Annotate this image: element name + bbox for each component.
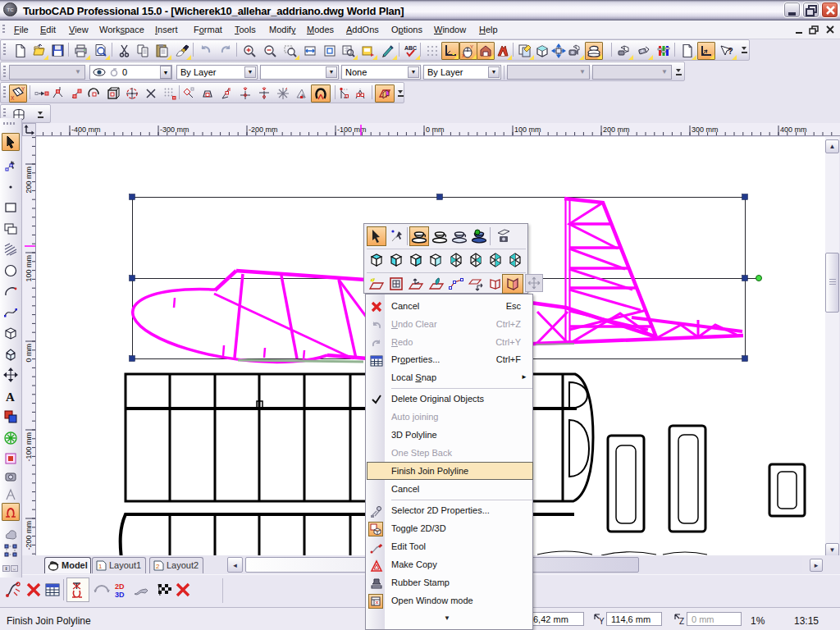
svg-text:Y: Y [599, 617, 605, 626]
svg-text:-400 mm: -400 mm [71, 126, 101, 134]
svg-text:400 mm: 400 mm [780, 126, 807, 134]
svg-text:0 mm: 0 mm [426, 126, 445, 134]
svg-text:0 mm: 0 mm [25, 344, 33, 363]
svg-text:-200 mm: -200 mm [25, 521, 33, 550]
svg-text:?: ? [728, 46, 733, 56]
svg-text:-100 mm: -100 mm [337, 126, 367, 134]
svg-text:200 mm: 200 mm [25, 167, 33, 194]
svg-text:Z: Z [679, 617, 684, 626]
svg-text:Y: Y [21, 86, 25, 92]
svg-text:Y: Y [470, 44, 473, 49]
svg-text:100 mm: 100 mm [514, 126, 541, 134]
svg-text:100 mm: 100 mm [25, 255, 33, 282]
svg-text:3D: 3D [115, 591, 125, 599]
svg-text:2D: 2D [115, 582, 125, 591]
svg-text:200 mm: 200 mm [603, 126, 630, 134]
svg-text:2: 2 [156, 563, 160, 570]
svg-text:A: A [6, 390, 15, 404]
svg-text:300 mm: 300 mm [692, 126, 719, 134]
svg-text:X: X [11, 95, 15, 101]
svg-text:1: 1 [98, 563, 103, 570]
svg-text:-300 mm: -300 mm [160, 126, 189, 134]
svg-text:-200 mm: -200 mm [249, 126, 278, 134]
svg-text:ABC: ABC [404, 45, 417, 51]
svg-text:-100 mm: -100 mm [25, 432, 33, 462]
svg-text:X: X [462, 53, 465, 58]
